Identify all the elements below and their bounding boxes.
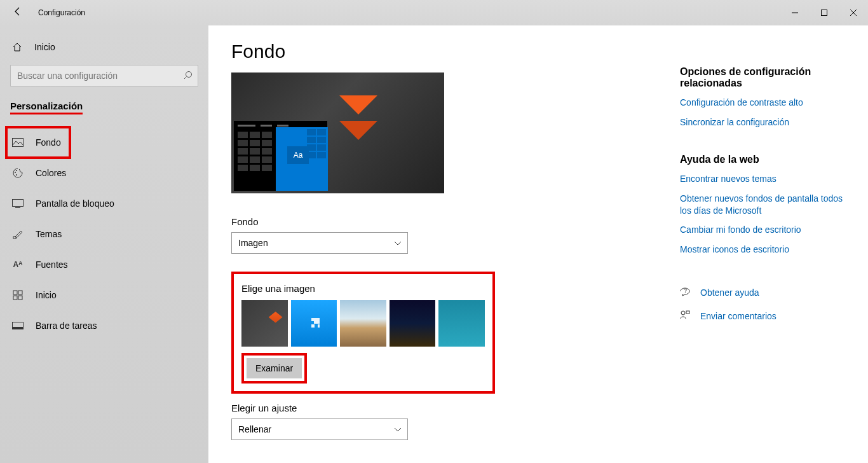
image-thumbnail[interactable] bbox=[241, 300, 288, 347]
background-type-label: Fondo bbox=[231, 216, 680, 227]
get-help-link[interactable]: Obtener ayuda bbox=[700, 287, 759, 298]
related-heading: Opciones de configuración relacionadas bbox=[680, 66, 845, 89]
webhelp-link[interactable]: Obtener nuevos fondos de pantalla todos … bbox=[680, 193, 845, 217]
fit-dropdown[interactable]: Rellenar bbox=[231, 418, 408, 440]
svg-point-8 bbox=[16, 170, 17, 171]
svg-point-22 bbox=[681, 311, 685, 315]
webhelp-link[interactable]: Mostrar iconos de escritorio bbox=[680, 244, 845, 256]
picture-icon bbox=[11, 138, 24, 147]
search-input[interactable] bbox=[17, 71, 184, 81]
sidebar-nav: Fondo Colores Pantalla de bloqueo Temas bbox=[10, 127, 198, 341]
title-bar: Configuración bbox=[0, 0, 868, 25]
choose-image-label: Elige una imagen bbox=[241, 283, 485, 294]
feedback-link[interactable]: Enviar comentarios bbox=[700, 311, 776, 321]
svg-rect-23 bbox=[686, 311, 689, 314]
preview-sample-text: Aa bbox=[287, 146, 309, 164]
sidebar-item-label: Fondo bbox=[36, 137, 61, 148]
sidebar-item-colores[interactable]: Colores bbox=[10, 158, 198, 188]
sidebar-item-label: Pantalla de bloqueo bbox=[36, 198, 114, 209]
sidebar: Inicio Personalización Fondo Color bbox=[0, 25, 208, 463]
svg-point-7 bbox=[15, 172, 16, 173]
related-link[interactable]: Configuración de contraste alto bbox=[680, 97, 845, 109]
sidebar-item-barra-tareas[interactable]: Barra de tareas bbox=[10, 310, 198, 341]
lock-screen-icon bbox=[11, 199, 24, 208]
chevron-down-icon bbox=[395, 240, 401, 247]
dropdown-value: Imagen bbox=[238, 238, 268, 248]
palette-icon bbox=[11, 168, 24, 178]
sidebar-item-label: Barra de tareas bbox=[36, 321, 97, 331]
browse-button[interactable]: Examinar bbox=[247, 358, 302, 378]
svg-marker-20 bbox=[339, 121, 377, 140]
search-icon bbox=[184, 71, 193, 81]
background-type-dropdown[interactable]: Imagen bbox=[231, 232, 408, 254]
content-area: Fondo Aa bbox=[208, 25, 868, 463]
maximize-button[interactable] bbox=[810, 0, 839, 25]
taskbar-icon bbox=[11, 322, 24, 329]
fit-label: Elegir un ajuste bbox=[231, 403, 680, 413]
feedback-row[interactable]: Enviar comentarios bbox=[680, 310, 845, 322]
choose-image-section: Elige una imagen Examinar bbox=[231, 272, 495, 394]
sidebar-item-label: Inicio bbox=[36, 290, 57, 300]
svg-marker-19 bbox=[339, 95, 377, 114]
svg-line-5 bbox=[184, 76, 187, 79]
chevron-down-icon bbox=[395, 426, 401, 433]
back-button[interactable] bbox=[13, 6, 23, 19]
start-icon bbox=[11, 290, 24, 300]
background-preview: Aa bbox=[231, 73, 444, 193]
sidebar-item-label: Temas bbox=[36, 229, 62, 239]
home-icon bbox=[11, 42, 23, 52]
sidebar-home[interactable]: Inicio bbox=[10, 37, 198, 57]
sidebar-section-title: Personalización bbox=[10, 100, 83, 114]
feedback-icon bbox=[680, 310, 691, 322]
related-panel: Opciones de configuración relacionadas C… bbox=[680, 41, 845, 448]
help-icon: ? bbox=[680, 286, 691, 298]
brush-icon bbox=[11, 229, 24, 239]
close-button[interactable] bbox=[839, 0, 868, 25]
webhelp-heading: Ayuda de la web bbox=[680, 154, 845, 165]
window-title: Configuración bbox=[38, 8, 85, 17]
svg-rect-10 bbox=[13, 200, 24, 207]
svg-rect-1 bbox=[822, 10, 827, 16]
sidebar-item-inicio-menu[interactable]: Inicio bbox=[10, 280, 198, 310]
sidebar-item-fuentes[interactable]: AA Fuentes bbox=[10, 249, 198, 280]
sidebar-item-label: Fuentes bbox=[36, 259, 68, 270]
svg-text:?: ? bbox=[684, 287, 687, 294]
svg-point-9 bbox=[16, 174, 17, 176]
svg-point-4 bbox=[186, 71, 192, 77]
minimize-button[interactable] bbox=[780, 0, 810, 25]
sidebar-home-label: Inicio bbox=[34, 42, 55, 52]
image-thumbnail[interactable] bbox=[291, 300, 337, 347]
sidebar-item-fondo[interactable]: Fondo bbox=[10, 127, 198, 158]
browse-highlight: Examinar bbox=[241, 353, 307, 384]
search-box[interactable] bbox=[10, 65, 198, 86]
dropdown-value: Rellenar bbox=[238, 424, 271, 434]
svg-rect-13 bbox=[13, 291, 17, 294]
fonts-icon: AA bbox=[11, 260, 24, 269]
svg-rect-6 bbox=[13, 139, 24, 147]
svg-rect-18 bbox=[13, 327, 24, 329]
svg-rect-16 bbox=[18, 296, 22, 300]
image-thumbnail[interactable] bbox=[438, 300, 485, 347]
sidebar-item-pantalla-bloqueo[interactable]: Pantalla de bloqueo bbox=[10, 188, 198, 219]
get-help-row[interactable]: ? Obtener ayuda bbox=[680, 286, 845, 298]
svg-rect-14 bbox=[18, 291, 22, 294]
related-link[interactable]: Sincronizar la configuración bbox=[680, 116, 845, 128]
sidebar-item-label: Colores bbox=[36, 168, 66, 178]
svg-rect-12 bbox=[13, 237, 16, 238]
svg-rect-15 bbox=[13, 296, 17, 300]
wallpaper-logo-icon bbox=[339, 95, 377, 153]
webhelp-link[interactable]: Encontrar nuevos temas bbox=[680, 173, 845, 185]
page-title: Fondo bbox=[231, 41, 680, 62]
webhelp-link[interactable]: Cambiar mi fondo de escritorio bbox=[680, 224, 845, 236]
image-thumbnail[interactable] bbox=[340, 300, 386, 347]
image-thumbnails bbox=[241, 300, 485, 347]
sidebar-item-temas[interactable]: Temas bbox=[10, 219, 198, 249]
image-thumbnail[interactable] bbox=[390, 300, 436, 347]
